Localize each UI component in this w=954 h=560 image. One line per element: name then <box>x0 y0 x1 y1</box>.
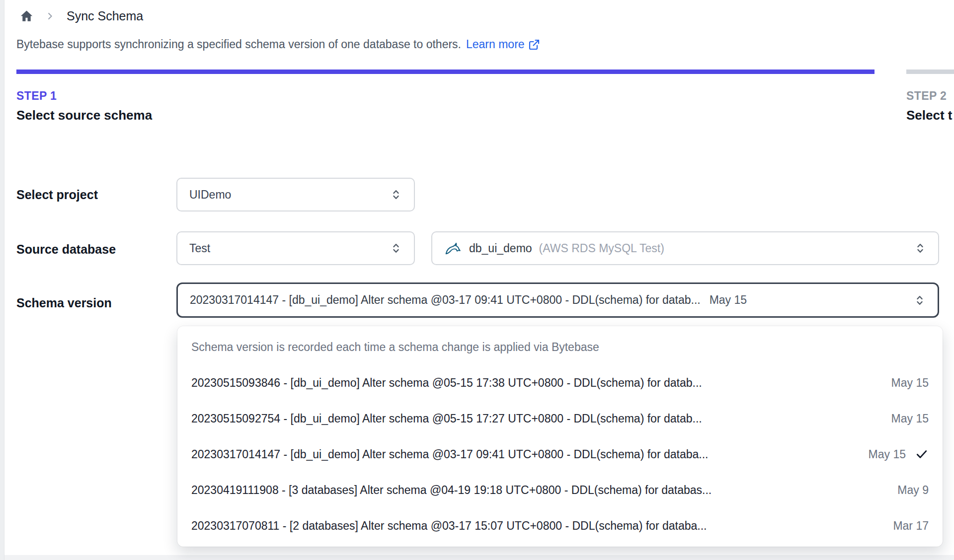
updown-chevrons-icon <box>914 294 926 306</box>
step-1-header: STEP 1 Select source schema <box>16 89 152 123</box>
database-select-name: db_ui_demo <box>469 242 532 255</box>
external-link-icon <box>528 39 540 51</box>
learn-more-label[interactable]: Learn more <box>466 38 525 51</box>
version-option-text: 20230317070811 - [2 databases] Alter sch… <box>191 519 883 533</box>
dropdown-hint-text: Schema version is recorded each time a s… <box>191 341 599 354</box>
home-icon[interactable] <box>20 9 33 23</box>
updown-chevrons-icon <box>914 242 926 254</box>
schema-version-label: Schema version <box>16 296 112 310</box>
version-option-text: 20230515092754 - [db_ui_demo] Alter sche… <box>191 412 881 425</box>
step-2-header: STEP 2 Select t <box>906 89 954 123</box>
mysql-dolphin-icon <box>444 239 462 257</box>
project-select[interactable]: UIDemo <box>176 178 415 211</box>
version-option[interactable]: 20230515092754 - [db_ui_demo] Alter sche… <box>177 401 943 436</box>
version-option-date: May 9 <box>897 484 929 497</box>
schema-version-select[interactable]: 20230317014147 - [db_ui_demo] Alter sche… <box>176 282 939 318</box>
breadcrumb: Sync Schema <box>20 9 143 23</box>
step-1-label: STEP 1 <box>16 89 152 103</box>
check-icon <box>915 447 929 461</box>
left-edge-strip <box>0 0 4 560</box>
version-option-date: Mar 17 <box>893 519 929 533</box>
page-description: Bytebase supports synchronizing a specif… <box>16 38 540 51</box>
source-database-label: Source database <box>16 242 116 257</box>
version-option[interactable]: 20230419111908 - [3 databases] Alter sch… <box>177 472 943 508</box>
select-project-label: Select project <box>16 188 98 202</box>
version-option[interactable]: 20230515093846 - [db_ui_demo] Alter sche… <box>177 365 943 401</box>
step2-progress-bar <box>906 70 954 74</box>
bottom-edge-strip <box>4 555 954 560</box>
step-2-label: STEP 2 <box>906 89 954 103</box>
version-option-date: May 15 <box>869 448 906 461</box>
schema-version-select-value: 20230317014147 - [db_ui_demo] Alter sche… <box>190 293 701 307</box>
version-option-selected[interactable]: 20230317014147 - [db_ui_demo] Alter sche… <box>177 436 943 472</box>
step1-progress-bar <box>16 70 874 74</box>
step-1-title: Select source schema <box>16 108 152 123</box>
learn-more-link[interactable]: Learn more <box>466 38 540 51</box>
schema-version-dropdown: Schema version is recorded each time a s… <box>177 326 943 547</box>
database-select[interactable]: db_ui_demo (AWS RDS MySQL Test) <box>431 231 939 265</box>
environment-select[interactable]: Test <box>176 231 415 265</box>
version-option[interactable]: 20230317070811 - [2 databases] Alter sch… <box>177 508 943 544</box>
version-option-text: 20230419111908 - [3 databases] Alter sch… <box>191 484 887 497</box>
database-select-detail: (AWS RDS MySQL Test) <box>539 242 664 255</box>
step-2-title: Select t <box>906 108 954 123</box>
description-text: Bytebase supports synchronizing a specif… <box>16 38 461 51</box>
updown-chevrons-icon <box>390 242 402 254</box>
version-option-date: May 15 <box>891 376 929 390</box>
version-option-text: 20230317014147 - [db_ui_demo] Alter sche… <box>191 448 859 461</box>
schema-version-select-date: May 15 <box>710 293 747 307</box>
chevron-right-icon <box>45 11 55 21</box>
updown-chevrons-icon <box>390 189 402 201</box>
page-title: Sync Schema <box>67 9 143 23</box>
dropdown-hint: Schema version is recorded each time a s… <box>177 329 943 365</box>
project-select-value: UIDemo <box>189 188 231 202</box>
version-option-date: May 15 <box>891 412 929 425</box>
environment-select-value: Test <box>189 242 210 255</box>
version-option-text: 20230515093846 - [db_ui_demo] Alter sche… <box>191 376 881 390</box>
